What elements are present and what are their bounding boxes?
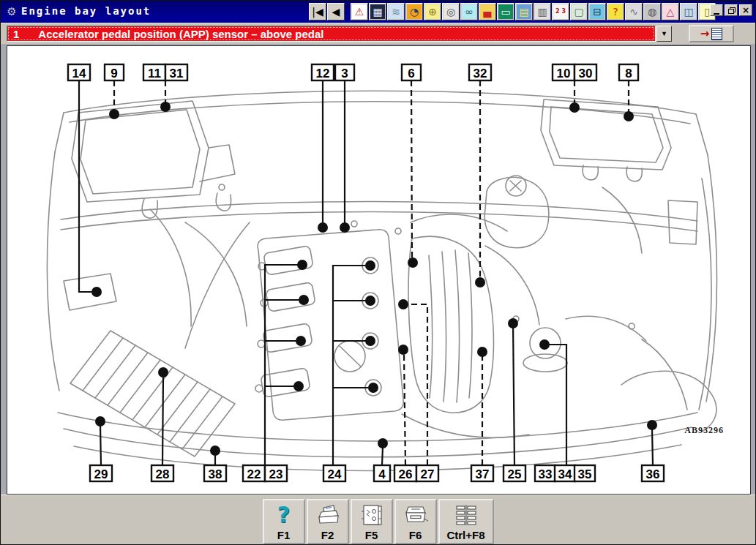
tire-icon[interactable]: ◎ (442, 3, 460, 20)
close-button[interactable]: × (739, 4, 752, 16)
document-list-icon (711, 28, 722, 40)
print-diagram-button-label: F6 (409, 529, 422, 541)
car-body-icon[interactable]: ▢ (570, 3, 588, 20)
timing-gauge-icon[interactable]: ◔ (405, 3, 423, 20)
svg-text:6: 6 (408, 67, 414, 80)
fuse-box-icon[interactable]: 2 3 (552, 3, 569, 20)
battery-tester-icon[interactable]: ▥ (534, 3, 551, 20)
print-icon (315, 504, 340, 526)
selector-dropdown-button[interactable]: ▼ (656, 26, 672, 42)
svg-text:27: 27 (421, 467, 435, 481)
svg-text:33: 33 (539, 467, 553, 481)
diagram-panel: AB93296 14911311236321030829283822232442… (7, 45, 751, 495)
wheel-alignment-icon[interactable]: ⊕ (424, 3, 441, 20)
callout-9[interactable]: 9 (105, 64, 124, 119)
vehicle-lift-icon[interactable]: ▭ (497, 3, 514, 20)
diagram-ref-code: AB93296 (684, 425, 724, 435)
help-button[interactable]: ? F1 (263, 499, 305, 544)
svg-text:12: 12 (316, 67, 330, 80)
minimize-button[interactable] (710, 4, 723, 16)
print-button[interactable]: F2 (307, 499, 349, 544)
minimize-icon (714, 13, 719, 15)
traffic-car-icon[interactable]: ◫ (680, 3, 697, 20)
svg-text:8: 8 (625, 67, 632, 80)
close-icon: × (742, 5, 749, 15)
window-controls: × (710, 4, 752, 16)
callout-29[interactable]: 29 (90, 416, 112, 481)
callout-36[interactable]: 36 (642, 420, 664, 481)
help-question-icon: ? (277, 504, 290, 526)
help-car-icon[interactable]: ? (607, 3, 624, 20)
help-button-label: F1 (277, 529, 291, 541)
svg-text:11: 11 (148, 67, 161, 80)
bodywork-icon[interactable]: ▄ (479, 3, 496, 20)
function-key-bar: ? F1 F2 (1, 495, 755, 545)
callout-4[interactable]: 4 (374, 438, 390, 481)
restore-button[interactable] (725, 4, 738, 16)
component-test-button-label: F5 (365, 529, 378, 541)
component-selector[interactable]: 1 Accelerator pedal position (APP) senso… (7, 26, 656, 42)
airbag-warning-icon[interactable]: △ (662, 3, 679, 20)
callout-33-34-35[interactable]: 333435 (535, 339, 595, 481)
nav-back-button[interactable]: ◀ (327, 3, 345, 20)
svg-text:30: 30 (579, 67, 593, 80)
callout-3[interactable]: 3 (335, 64, 354, 233)
callout-28[interactable]: 28 (151, 367, 173, 481)
svg-text:3: 3 (341, 67, 348, 80)
exhaust-icon[interactable]: ∿ (625, 3, 643, 20)
component-test-icon (360, 504, 383, 526)
chassis-icon[interactable]: ≋ (387, 3, 405, 20)
dashboard-icon[interactable]: ▦ (369, 3, 386, 20)
callout-10-30[interactable]: 1030 (553, 64, 596, 113)
callout-25[interactable]: 25 (504, 318, 525, 481)
restore-icon (728, 7, 735, 13)
print-button-label: F2 (321, 529, 334, 541)
red-arrow-icon: → (700, 29, 710, 40)
print-diagram-button[interactable]: F6 (394, 499, 437, 544)
svg-text:36: 36 (646, 467, 660, 481)
svg-text:26: 26 (399, 467, 413, 481)
menu-list-button-label: Ctrl+F8 (446, 529, 484, 541)
goto-component-list-button[interactable]: → (689, 25, 734, 42)
svg-text:9: 9 (111, 67, 117, 80)
svg-text:35: 35 (578, 467, 592, 481)
engine-bay-diagram: AB93296 14911311236321030829283822232442… (7, 46, 750, 494)
component-label: Accelerator pedal position (APP) sensor … (38, 28, 323, 40)
component-test-button[interactable]: F5 (351, 499, 393, 544)
svg-text:29: 29 (94, 467, 108, 481)
svg-text:34: 34 (558, 467, 572, 481)
svg-text:22: 22 (247, 467, 261, 481)
toolbar: |◀◀⚠▦≋◔⊕◎∞▄▭▤▥2 3▢⊟?∿◍△◫▯ (309, 3, 716, 20)
callout-12[interactable]: 12 (312, 64, 334, 233)
svg-text:24: 24 (328, 467, 342, 481)
svg-text:37: 37 (476, 467, 490, 481)
svg-text:14: 14 (72, 67, 86, 80)
callout-24[interactable]: 24 (323, 260, 378, 481)
search-binoculars-icon[interactable]: ∞ (460, 3, 478, 20)
engine-icon[interactable]: ▤ (515, 3, 533, 20)
callout-22-23[interactable]: 2223 (243, 260, 309, 481)
selector-row: 1 Accelerator pedal position (APP) senso… (1, 23, 755, 44)
diagnostic-connector-icon[interactable]: ⊟ (588, 3, 606, 20)
chevron-down-icon: ▼ (661, 30, 667, 37)
svg-text:4: 4 (378, 467, 386, 481)
svg-text:38: 38 (209, 467, 222, 481)
nav-first-button[interactable]: |◀ (309, 3, 326, 20)
svg-text:32: 32 (474, 67, 487, 80)
callout-14[interactable]: 14 (68, 64, 102, 297)
titlebar: ⚙ Engine bay layout |◀◀⚠▦≋◔⊕◎∞▄▭▤▥2 3▢⊟?… (1, 1, 755, 23)
abs-icon[interactable]: ◍ (643, 3, 661, 20)
app-icon: ⚙ (5, 5, 18, 18)
callout-37[interactable]: 37 (471, 347, 493, 481)
svg-text:25: 25 (508, 467, 522, 481)
menu-list-button[interactable]: Ctrl+F8 (438, 499, 494, 544)
window-title: Engine bay layout (21, 5, 151, 17)
warning-triangle-icon[interactable]: ⚠ (351, 3, 368, 20)
svg-text:10: 10 (557, 67, 571, 80)
engine-bay-layout-window: ⚙ Engine bay layout |◀◀⚠▦≋◔⊕◎∞▄▭▤▥2 3▢⊟?… (0, 0, 756, 545)
plotter-icon (403, 504, 429, 526)
diagram-area: AB93296 14911311236321030829283822232442… (1, 44, 755, 495)
component-index: 1 (13, 28, 19, 40)
svg-text:28: 28 (156, 467, 170, 481)
menu-list-icon (454, 504, 479, 526)
